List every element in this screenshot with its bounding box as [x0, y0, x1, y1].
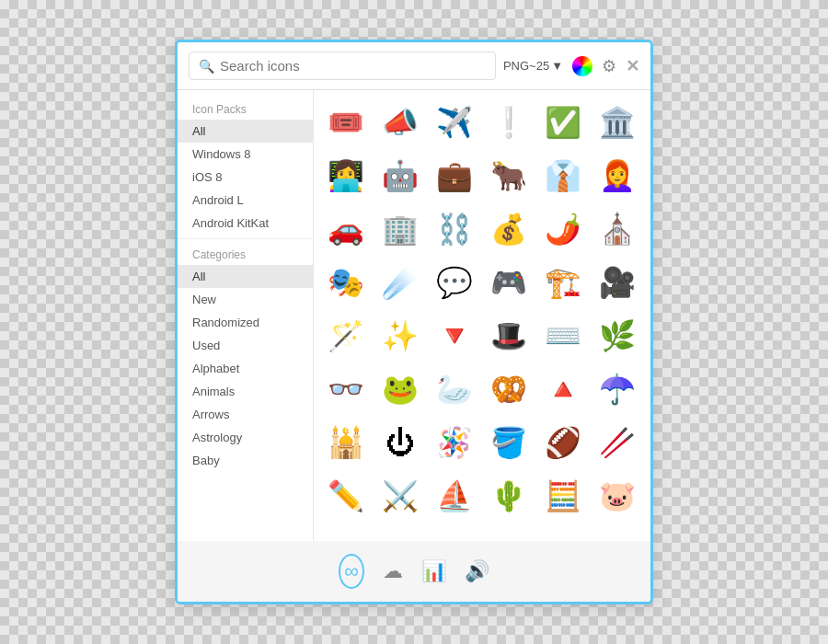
icon-cell[interactable]: 📣 [375, 98, 425, 147]
icon-cell[interactable]: ❕ [484, 98, 534, 147]
icon-cell[interactable]: 🔻 [430, 311, 479, 361]
infinite-icon[interactable]: ∞ [339, 554, 364, 589]
gear-icon[interactable]: ⚙ [602, 56, 616, 76]
sidebar-item-used[interactable]: Used [178, 334, 313, 357]
icon-cell[interactable]: 🤖 [375, 151, 425, 201]
search-box[interactable]: 🔍 [189, 52, 496, 80]
icon-cell[interactable]: 🕌 [321, 418, 371, 467]
color-wheel-icon[interactable] [572, 56, 592, 76]
speaker-icon[interactable]: 🔊 [465, 559, 489, 583]
icon-cell[interactable]: ☄️ [375, 258, 425, 307]
sidebar-item-android-kitkat[interactable]: Android KitKat [178, 212, 313, 235]
icon-cell[interactable]: ⌨️ [538, 311, 588, 361]
icon-cell[interactable]: ⛪ [592, 204, 642, 254]
sidebar-item-ios8[interactable]: iOS 8 [178, 166, 313, 189]
icon-cell[interactable]: 🎮 [484, 258, 534, 307]
icon-cell[interactable]: 👩‍🦰 [592, 151, 642, 201]
close-icon[interactable]: ✕ [626, 56, 639, 76]
search-icon: 🔍 [199, 59, 214, 74]
icon-cell[interactable]: 🦢 [430, 364, 479, 414]
sidebar-item-baby[interactable]: Baby [178, 449, 313, 472]
sidebar-item-alphabet[interactable]: Alphabet [178, 357, 313, 380]
icon-cell[interactable]: 🎥 [592, 258, 642, 307]
icon-packs-label: Icon Packs [178, 98, 313, 120]
sidebar-divider [178, 238, 313, 239]
icon-cell[interactable]: ⛵ [430, 471, 479, 521]
icon-cell[interactable]: ✏️ [321, 471, 371, 521]
categories-label: Categories [178, 243, 313, 265]
toolbar: 🔍 PNG~25 ▼ ⚙ ✕ [178, 42, 650, 90]
icon-cell[interactable]: 👔 [538, 151, 588, 201]
icon-cell[interactable]: 🎟️ [321, 98, 371, 147]
icon-cell[interactable]: 🌵 [484, 471, 534, 521]
icon-cell[interactable]: 🏗️ [538, 258, 588, 307]
icon-cell[interactable]: 🐂 [484, 151, 534, 201]
sidebar-item-randomized[interactable]: Randomized [178, 311, 313, 334]
icon-cell[interactable]: 🐸 [375, 364, 425, 414]
icon-cell[interactable]: 👩‍💻 [321, 151, 371, 201]
icon-cell[interactable]: 💼 [430, 151, 479, 201]
icon-cell[interactable]: ✈️ [430, 98, 479, 147]
icon-cell[interactable]: 🥨 [484, 364, 534, 414]
icon-grid: 🎟️📣✈️❕✅🏛️👩‍💻🤖💼🐂👔👩‍🦰🚗🏢⛓️💰🌶️⛪🎭☄️💬🎮🏗️🎥🪄✨🔻🎩⌨… [314, 90, 650, 541]
icon-cell[interactable]: 🚗 [321, 204, 371, 254]
icon-cell[interactable]: 🏛️ [592, 98, 642, 147]
search-input[interactable] [220, 58, 486, 74]
png-selector[interactable]: PNG~25 ▼ [503, 59, 563, 73]
icon-cell[interactable]: 🏢 [375, 204, 425, 254]
icon-cell[interactable]: 🥢 [592, 418, 642, 467]
icon-cell[interactable]: 🏈 [538, 418, 588, 467]
icon-cell[interactable]: 🌿 [592, 311, 642, 361]
icon-cell[interactable]: 💬 [430, 258, 479, 307]
icon-cell[interactable]: 💰 [484, 204, 534, 254]
icon-cell[interactable]: ☂️ [592, 364, 642, 414]
icon-cell[interactable]: 🪣 [484, 418, 534, 467]
icon-cell[interactable]: 🎭 [321, 258, 371, 307]
toolbar-right: PNG~25 ▼ ⚙ ✕ [503, 56, 639, 76]
icon-cell[interactable]: 🪄 [321, 311, 371, 361]
sidebar-item-new[interactable]: New [178, 288, 313, 311]
main-window: 🔍 PNG~25 ▼ ⚙ ✕ Icon Packs All Windows 8 … [175, 40, 653, 604]
icon-cell[interactable]: ⏻ [375, 418, 425, 467]
icon-cell[interactable]: 👓 [321, 364, 371, 414]
body: Icon Packs All Windows 8 iOS 8 Android L… [178, 90, 650, 541]
sidebar-item-animals[interactable]: Animals [178, 380, 313, 403]
icon-cell[interactable]: 🐷 [592, 471, 642, 521]
sidebar-item-android-l[interactable]: Android L [178, 189, 313, 212]
cloud-icon[interactable]: ☁ [383, 559, 403, 583]
chart-icon[interactable]: 📊 [421, 559, 446, 583]
icon-cell[interactable]: 🌶️ [538, 204, 588, 254]
sidebar-item-all-packs[interactable]: All [178, 120, 313, 143]
sidebar-item-arrows[interactable]: Arrows [178, 403, 313, 426]
sidebar-item-astrology[interactable]: Astrology [178, 426, 313, 449]
icon-cell[interactable]: ✨ [375, 311, 425, 361]
icon-cell[interactable]: ⛓️ [430, 204, 479, 254]
bottom-bar: ∞ ☁ 📊 🔊 [178, 541, 650, 602]
sidebar: Icon Packs All Windows 8 iOS 8 Android L… [178, 90, 314, 541]
sidebar-item-windows8[interactable]: Windows 8 [178, 143, 313, 166]
icon-cell[interactable]: 🪅 [430, 418, 479, 467]
icon-cell[interactable]: ⚔️ [375, 471, 425, 521]
icon-cell[interactable]: ✅ [538, 98, 588, 147]
icon-cell[interactable]: 🎩 [484, 311, 534, 361]
sidebar-item-all-cat[interactable]: All [178, 265, 313, 288]
icon-cell[interactable]: 🧮 [538, 471, 588, 521]
icon-cell[interactable]: 🔺 [538, 364, 588, 414]
